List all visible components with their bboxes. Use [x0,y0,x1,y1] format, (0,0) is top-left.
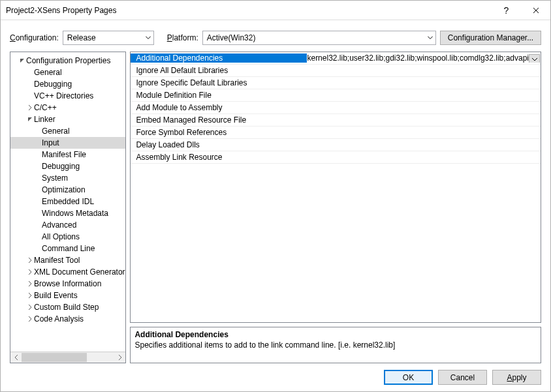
tree-item-custom-build[interactable]: Custom Build Step [10,301,125,313]
title-bar: Project2-XSens Property Pages ? [1,1,550,20]
config-row: Configuration: Release Platform: Active(… [1,20,550,52]
platform-value: Active(Win32) [207,33,256,42]
grid-row[interactable]: Add Module to Assembly [131,102,541,114]
collapsed-icon [26,258,34,263]
window-title: Project2-XSens Property Pages [6,6,492,15]
grid-prop-name: Additional Dependencies [131,53,307,63]
tree-hscrollbar[interactable] [10,352,125,363]
scroll-track[interactable] [22,352,114,363]
expand-icon [26,117,34,122]
tree-item-manifest-tool[interactable]: Manifest Tool [10,254,125,266]
tree-item-ccpp[interactable]: C/C++ [10,102,125,113]
chevron-down-icon [428,37,433,40]
tree-item-linker-manifest[interactable]: Manifest File [10,149,125,160]
tree-item-linker-system[interactable]: System [10,172,125,184]
scroll-right-icon[interactable] [114,352,125,363]
grid-prop-name: Assembly Link Resource [131,153,307,162]
tree-item-linker-advanced[interactable]: Advanced [10,219,125,231]
grid-prop-name: Delay Loaded Dlls [131,140,307,149]
apply-button[interactable]: Apply [492,370,541,385]
configuration-combo[interactable]: Release [63,31,154,45]
description-panel: Additional Dependencies Specifies additi… [130,327,541,363]
tree-item-general[interactable]: General [10,67,125,78]
configuration-value: Release [67,33,96,42]
platform-combo[interactable]: Active(Win32) [202,31,436,45]
tree-item-linker[interactable]: Linker [10,113,125,125]
property-grid[interactable]: Additional Dependencies kernel32.lib;use… [130,52,541,323]
tree-item-linker-metadata[interactable]: Windows Metadata [10,207,125,219]
tree-item-vcpp[interactable]: VC++ Directories [10,90,125,102]
tree-item-browse-info[interactable]: Browse Information [10,278,125,290]
tree-item-linker-all-options[interactable]: All Options [10,231,125,243]
collapsed-icon [26,269,34,275]
scroll-thumb[interactable] [22,353,87,362]
tree-item-linker-debugging[interactable]: Debugging [10,160,125,172]
grid-row[interactable]: Ignore All Default Libraries [131,65,541,77]
grid-row-additional-deps[interactable]: Additional Dependencies kernel32.lib;use… [131,52,541,65]
collapsed-icon [26,281,34,286]
grid-row[interactable]: Module Definition File [131,89,541,102]
grid-prop-name: Add Module to Assembly [131,103,307,112]
tree-item-linker-embedded-idl[interactable]: Embedded IDL [10,196,125,207]
grid-row[interactable]: Delay Loaded Dlls [131,139,541,151]
collapsed-icon [26,305,34,310]
grid-row[interactable]: Ignore Specific Default Libraries [131,77,541,89]
collapsed-icon [26,316,34,322]
tree-item-linker-general[interactable]: General [10,125,125,137]
grid-prop-name: Embed Managed Resource File [131,115,307,125]
platform-label: Platform: [167,33,198,42]
grid-prop-name: Force Symbol References [131,128,307,137]
tree-item-debugging[interactable]: Debugging [10,78,125,90]
cancel-button[interactable]: Cancel [438,370,487,385]
help-button[interactable]: ? [492,1,521,20]
close-button[interactable] [521,1,550,20]
configuration-label: Configuration: [10,33,59,42]
collapsed-icon [26,105,34,110]
tree-item-build-events[interactable]: Build Events [10,290,125,301]
tree-item-linker-cmd[interactable]: Command Line [10,243,125,254]
ok-button[interactable]: OK [384,370,433,385]
grid-prop-name: Module Definition File [131,91,307,100]
scroll-left-icon[interactable] [10,352,22,363]
grid-prop-name: Ignore All Default Libraries [131,66,307,75]
tree-panel: Configuration Properties General Debuggi… [10,52,126,363]
grid-prop-value[interactable]: kernel32.lib;user32.lib;gdi32.lib;winspo… [307,53,541,63]
tree-item-linker-optimization[interactable]: Optimization [10,184,125,196]
description-title: Additional Dependencies [134,330,537,340]
tree-item-code-analysis[interactable]: Code Analysis [10,313,125,325]
dialog-buttons: OK Cancel Apply [1,363,550,385]
tree-item-linker-input[interactable]: Input [10,137,125,149]
grid-row[interactable]: Assembly Link Resource [131,151,541,164]
grid-prop-name: Ignore Specific Default Libraries [131,78,307,87]
tree-item-config-props[interactable]: Configuration Properties [10,55,125,67]
configuration-manager-button[interactable]: Configuration Manager... [440,31,541,45]
description-text: Specifies additional items to add to the… [134,340,537,350]
dropdown-button[interactable] [529,54,540,63]
grid-row[interactable]: Force Symbol References [131,127,541,139]
tree[interactable]: Configuration Properties General Debuggi… [10,52,125,352]
grid-row[interactable]: Embed Managed Resource File [131,114,541,127]
tree-item-xml-doc[interactable]: XML Document Generator [10,266,125,278]
chevron-down-icon [146,37,151,40]
expand-icon [18,58,26,63]
collapsed-icon [26,293,34,298]
